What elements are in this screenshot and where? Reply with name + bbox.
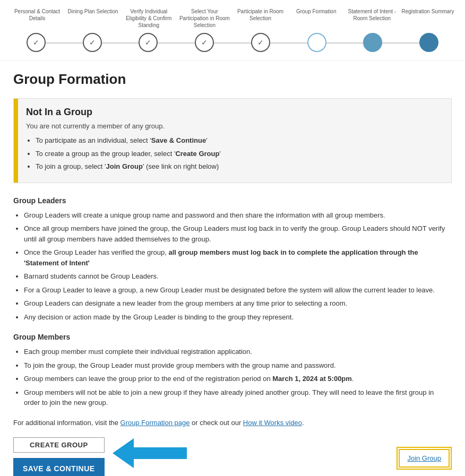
left-area: CREATE GROUP SAVE & CONTINUE [13,437,186,477]
step-circle-7 [363,33,382,52]
arrow-head-icon [113,438,134,468]
group-leaders-list: Group Leaders will create a unique group… [24,210,452,323]
page-title: Group Formation [13,71,452,88]
save-continue-button[interactable]: SAVE & CONTINUE [13,458,105,477]
step-circle-2: ✓ [83,33,102,52]
left-buttons: CREATE GROUP SAVE & CONTINUE [13,437,105,477]
info-box-stripe [14,99,18,183]
group-leaders-item-7: Any decision or action made by the Group… [24,312,452,323]
step-circle-6 [307,33,326,52]
info-box-list: To participate as an individual, select … [36,135,443,172]
info-box-item-1: To participate as an individual, select … [36,135,443,146]
info-box-subtitle: You are not currently a member of any gr… [26,122,443,130]
step-circles: ✓ ✓ ✓ ✓ ✓ [11,33,454,52]
step-labels: Personal & Contact Details Dining Plan S… [11,8,454,29]
group-members-item-1: Each group member must complete their in… [24,347,452,357]
step-circle-3: ✓ [139,33,158,52]
join-group-button[interactable]: Join Group [399,449,450,468]
arrow-body [134,447,187,459]
join-group-wrapper: Join Group [397,447,452,470]
group-leaders-item-6: Group Leaders can designate a new leader… [24,298,452,309]
info-box-item-3: To join a group, select 'Join Group' (se… [36,161,443,172]
step-circle-1: ✓ [27,33,46,52]
group-members-title: Group Members [13,333,452,341]
step-label-7: Statement of Intent - Room Selection [346,8,399,29]
step-label-4: Select Your Participation in Room Select… [178,8,231,29]
group-leaders-item-3: Once the Group Leader has verified the g… [24,247,452,268]
info-box: Not In a Group You are not currently a m… [13,98,452,183]
how-it-works-link[interactable]: How it Works video [243,419,302,427]
group-members-item-3: Group members can leave the group prior … [24,374,452,384]
create-group-button[interactable]: CREATE GROUP [13,437,105,453]
group-leaders-item-2: Once all group members have joined the g… [24,223,452,244]
group-members-item-4: Group members will not be able to join a… [24,387,452,408]
step-label-6: Group Formation [290,8,343,29]
info-box-item-2: To create a group as the group leader, s… [36,149,443,159]
group-members-list: Each group member must complete their in… [24,347,452,408]
main-content: Group Formation Not In a Group You are n… [0,60,465,476]
additional-info: For additional information, visit the Gr… [13,419,452,427]
step-label-2: Dining Plan Selection [66,8,119,29]
step-circle-8 [419,33,438,52]
info-box-title: Not In a Group [26,107,443,118]
group-leaders-item-4: Barnard students cannot be Group Leaders… [24,271,452,282]
group-leaders-item-5: For a Group Leader to leave a group, a n… [24,285,452,296]
step-label-5: Participate in Room Selection [234,8,287,29]
step-label-8: Registration Summary [401,8,454,29]
progress-section: Personal & Contact Details Dining Plan S… [0,0,465,60]
buttons-section: CREATE GROUP SAVE & CONTINUE Join Group [13,437,452,477]
step-circle-5: ✓ [251,33,270,52]
group-leaders-title: Group Leaders [13,196,452,205]
info-box-content: Not In a Group You are not currently a m… [18,99,451,183]
arrow-wrapper [113,438,186,468]
group-members-item-2: To join the group, the Group Leader must… [24,360,452,371]
group-leaders-item-1: Group Leaders will create a unique group… [24,210,452,221]
group-formation-link[interactable]: Group Formation page [120,419,190,427]
step-label-3: Verify Individual Eligibility & Confirm … [122,8,175,29]
step-circle-4: ✓ [195,33,214,52]
step-label-1: Personal & Contact Details [11,8,64,29]
